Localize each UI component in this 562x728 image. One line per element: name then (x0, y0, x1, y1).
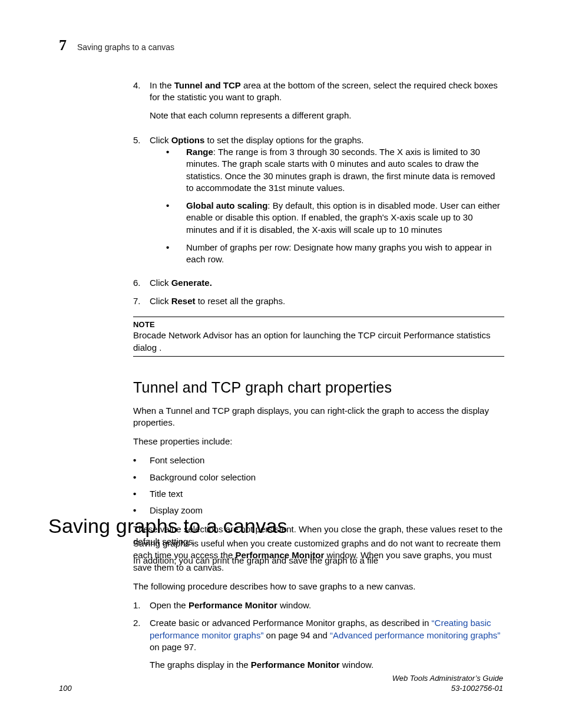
step-subtext: The graphs display in the Performance Mo… (150, 659, 504, 671)
note-text: Brocade Network Advisor has an option fo… (133, 330, 504, 354)
bullet-icon: • (166, 200, 186, 236)
step-number: 2. (133, 617, 150, 678)
bullet-icon: • (133, 488, 150, 500)
step-2: 2. Create basic or advanced Performance … (133, 617, 504, 678)
step-text: window. (277, 600, 312, 610)
list-text: Font selection (150, 454, 504, 466)
step-text: to set the display options for the graph… (204, 135, 363, 145)
heading-saving-graphs: Saving graphs to a canvas (48, 513, 287, 540)
bold-phrase: Reset (171, 296, 196, 306)
main-body: 4. In the Tunnel and TCP area at the bot… (133, 80, 504, 574)
step-text: Click (150, 135, 171, 145)
note-label: NOTE (133, 319, 504, 330)
running-head-text: Saving graphs to a canvas (77, 42, 174, 53)
step-subtext: Note that each column represents a diffe… (150, 110, 504, 121)
paragraph: The following procedure describes how to… (133, 581, 504, 592)
ordered-steps-continued: 4. In the Tunnel and TCP area at the bot… (133, 80, 504, 307)
step-number: 4. (133, 80, 150, 129)
note-rule-top (133, 317, 504, 317)
page-footer: 100 Web Tools Administrator’s Guide 53-1… (59, 673, 503, 694)
heading-tunnel-tcp-properties: Tunnel and TCP graph chart properties (133, 378, 504, 398)
list-item: •Font selection (133, 454, 504, 466)
bold-phrase: Generate. (171, 278, 212, 288)
note-rule-bottom (133, 356, 504, 357)
bullet-icon: • (166, 242, 186, 266)
saving-body: Saving graphs is useful when you create … (133, 538, 504, 684)
bullet-lead: Range (186, 147, 213, 157)
list-item: •Title text (133, 488, 504, 500)
paragraph: When a Tunnel and TCP graph displays, yo… (133, 405, 504, 429)
sub-bullets: • Range: The range is from 3 through 30 … (166, 146, 504, 265)
step-text: to reset all the graphs. (196, 296, 286, 306)
bold-phrase: Performance Monitor (189, 600, 277, 610)
chapter-number: 7 (59, 38, 67, 53)
bullet-icon: • (133, 472, 150, 483)
bullet-graphs-per-row: • Number of graphs per row: Designate ho… (166, 242, 504, 266)
bold-phrase: Performance Monitor (235, 550, 324, 560)
bullet-icon: • (133, 454, 150, 466)
step-6: 6. Click Generate. (133, 277, 504, 289)
bullet-global-auto-scaling: • Global auto scaling: By default, this … (166, 200, 504, 236)
bold-phrase: Tunnel and TCP (174, 80, 241, 90)
page-number: 100 (59, 683, 72, 694)
step-number: 7. (133, 295, 150, 307)
paragraph: These properties include: (133, 436, 504, 447)
step-5: 5. Click Options to set the display opti… (133, 134, 504, 272)
bullet-text: Number of graphs per row: Designate how … (186, 242, 492, 264)
list-item: •Background color selection (133, 472, 504, 483)
step-text: In the (150, 80, 174, 90)
link-advanced-graphs[interactable]: “Advanced performance monitoring graphs” (330, 630, 500, 640)
bullet-icon: • (166, 146, 186, 194)
bullet-text: : The range is from 3 through 30 seconds… (186, 147, 495, 193)
properties-list: •Font selection •Background color select… (133, 454, 504, 516)
list-text: Background color selection (150, 472, 504, 483)
step-text: Open the (150, 600, 189, 610)
list-text: Title text (150, 488, 504, 500)
page: 7 Saving graphs to a canvas 4. In the Tu… (0, 0, 562, 728)
step-text: on page 94 and (263, 630, 330, 640)
step-1: 1. Open the Performance Monitor window. (133, 599, 504, 611)
step-number: 1. (133, 599, 150, 611)
step-text: Click (150, 278, 171, 288)
text: window. (340, 660, 374, 670)
step-text: Click (150, 296, 171, 306)
bullet-lead: Global auto scaling (186, 200, 267, 210)
doc-number: 53-1002756-01 (392, 683, 503, 694)
step-text: Create basic or advanced Performance Mon… (150, 618, 432, 628)
bold-phrase: Options (171, 135, 205, 145)
step-4: 4. In the Tunnel and TCP area at the bot… (133, 80, 504, 129)
step-number: 5. (133, 134, 150, 272)
bold-phrase: Performance Monitor (251, 660, 340, 670)
step-7: 7. Click Reset to reset all the graphs. (133, 295, 504, 307)
text: The graphs display in the (150, 660, 251, 670)
step-number: 6. (133, 277, 150, 289)
doc-title: Web Tools Administrator’s Guide (392, 673, 503, 684)
running-header: 7 Saving graphs to a canvas (59, 38, 503, 53)
step-text: on page 97. (150, 642, 196, 652)
bullet-range: • Range: The range is from 3 through 30 … (166, 146, 504, 194)
saving-steps: 1. Open the Performance Monitor window. … (133, 599, 504, 678)
paragraph: Saving graphs is useful when you create … (133, 538, 504, 574)
